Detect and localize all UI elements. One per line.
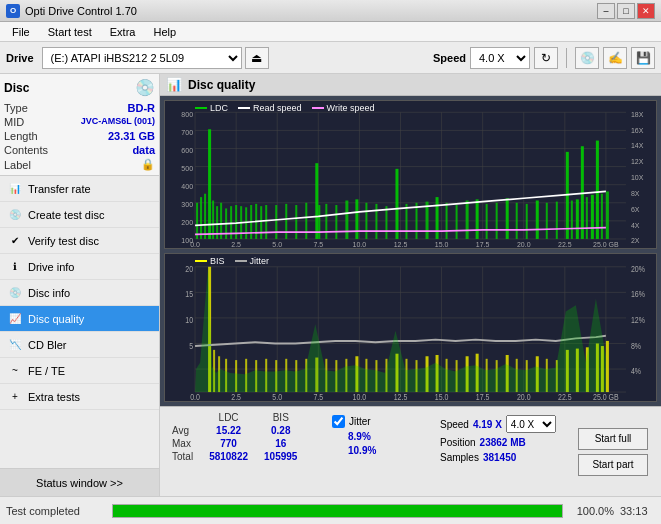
legend-read-speed-color (238, 107, 250, 109)
stats-max-bis: 16 (256, 437, 305, 450)
bis-chart: BIS Jitter (164, 253, 657, 402)
stats-total-label: Total (164, 450, 201, 463)
disc-mid-value: JVC-AMS6L (001) (81, 116, 155, 128)
content-area: 📊 Disc quality LDC Read speed (160, 74, 661, 496)
svg-rect-83 (456, 205, 458, 239)
maximize-button[interactable]: □ (617, 3, 635, 19)
legend-jitter-color (235, 260, 247, 262)
svg-rect-74 (365, 203, 367, 239)
sidebar-item-label: FE / TE (28, 365, 65, 377)
sidebar-item-label: Disc info (28, 287, 70, 299)
menu-start-test[interactable]: Start test (40, 24, 100, 40)
svg-text:7.5: 7.5 (313, 392, 323, 401)
disc-label-key: Label (4, 159, 31, 171)
svg-text:10.0: 10.0 (353, 392, 367, 401)
app-icon: O (6, 4, 20, 18)
menu-file[interactable]: File (4, 24, 38, 40)
content-title: Disc quality (188, 78, 255, 92)
samples-value: 381450 (483, 452, 516, 463)
stats-avg-row: Avg 15.22 0.28 (164, 424, 305, 437)
minimize-button[interactable]: – (597, 3, 615, 19)
svg-rect-102 (606, 191, 609, 238)
fe-te-icon: ~ (8, 364, 22, 378)
content-header: 📊 Disc quality (160, 74, 661, 96)
status-window-label: Status window >> (36, 477, 123, 489)
svg-text:5: 5 (189, 341, 193, 351)
sidebar-item-disc-info[interactable]: 💿 Disc info (0, 280, 159, 306)
sidebar-item-drive-info[interactable]: ℹ Drive info (0, 254, 159, 280)
svg-rect-49 (200, 197, 202, 239)
svg-rect-75 (375, 204, 377, 239)
stats-col-bis: BIS (256, 411, 305, 424)
svg-text:12%: 12% (631, 315, 645, 325)
menu-help[interactable]: Help (145, 24, 184, 40)
main-area: Disc 💿 Type BD-R MID JVC-AMS6L (001) Len… (0, 74, 661, 496)
sidebar-item-verify-test-disc[interactable]: ✔ Verify test disc (0, 228, 159, 254)
disc-contents-value: data (132, 144, 155, 156)
svg-text:700: 700 (181, 128, 193, 138)
speed-select-stats[interactable]: 4.0 X (506, 415, 556, 433)
svg-text:8X: 8X (631, 189, 640, 199)
svg-text:20.0: 20.0 (517, 392, 531, 401)
disc-button[interactable]: 💿 (575, 47, 599, 69)
save-button[interactable]: 💾 (631, 47, 655, 69)
legend-bis: BIS (195, 256, 225, 266)
menu-bar: File Start test Extra Help (0, 22, 661, 42)
svg-text:800: 800 (181, 109, 193, 119)
legend-jitter: Jitter (235, 256, 270, 266)
progress-text: 100.0% (569, 505, 614, 517)
drive-select[interactable]: (E:) ATAPI iHBS212 2 5L09 (42, 47, 242, 69)
stats-avg-ldc: 15.22 (201, 424, 256, 437)
svg-text:12X: 12X (631, 157, 643, 167)
svg-rect-100 (596, 141, 599, 239)
status-bar: Test completed 100.0% 33:13 (0, 496, 661, 524)
jitter-avg-row: 8.9% (348, 431, 432, 442)
speed-select[interactable]: 4.0 X (470, 47, 530, 69)
svg-rect-63 (265, 205, 267, 239)
svg-text:15.0: 15.0 (435, 239, 449, 248)
title-controls: – □ ✕ (597, 3, 655, 19)
legend-read-speed: Read speed (238, 103, 302, 113)
disc-mid-row: MID JVC-AMS6L (001) (4, 116, 155, 128)
stats-avg-bis: 0.28 (256, 424, 305, 437)
svg-text:12.5: 12.5 (394, 239, 408, 248)
status-window-button[interactable]: Status window >> (0, 468, 159, 496)
start-full-button[interactable]: Start full (578, 428, 648, 450)
svg-rect-89 (516, 203, 518, 239)
sidebar-item-transfer-rate[interactable]: 📊 Transfer rate (0, 176, 159, 202)
refresh-button[interactable]: ↻ (534, 47, 558, 69)
svg-rect-78 (405, 204, 407, 239)
sidebar-item-fe-te[interactable]: ~ FE / TE (0, 358, 159, 384)
write-button[interactable]: ✍ (603, 47, 627, 69)
svg-rect-50 (204, 194, 206, 239)
svg-text:16X: 16X (631, 125, 643, 135)
disc-panel-icon: 💿 (135, 78, 155, 98)
drive-select-area: (E:) ATAPI iHBS212 2 5L09 ⏏ (42, 47, 421, 69)
progress-bar-fill (113, 505, 562, 517)
svg-text:18X: 18X (631, 109, 643, 119)
menu-extra[interactable]: Extra (102, 24, 144, 40)
position-row: Position 23862 MB (440, 437, 570, 448)
ldc-bis-table: LDC BIS Avg 15.22 0.28 Max 770 (164, 411, 324, 492)
legend-ldc-label: LDC (210, 103, 228, 113)
sidebar-item-disc-quality[interactable]: 📈 Disc quality (0, 306, 159, 332)
jitter-checkbox[interactable] (332, 415, 345, 428)
start-part-button[interactable]: Start part (578, 454, 648, 476)
svg-rect-98 (586, 197, 588, 239)
legend-ldc: LDC (195, 103, 228, 113)
svg-rect-76 (385, 206, 387, 239)
sidebar-item-create-test-disc[interactable]: 💿 Create test disc (0, 202, 159, 228)
buttons-section: Start full Start part (578, 411, 648, 492)
stats-avg-label: Avg (164, 424, 201, 437)
ldc-chart-svg: 800 700 600 500 400 300 200 100 0.0 2.5 … (165, 101, 656, 248)
ldc-chart: LDC Read speed Write speed (164, 100, 657, 249)
jitter-avg-value: 8.9% (348, 431, 371, 442)
svg-rect-86 (486, 204, 488, 239)
svg-text:0.0: 0.0 (190, 239, 200, 248)
sidebar-item-extra-tests[interactable]: + Extra tests (0, 384, 159, 410)
disc-type-label: Type (4, 102, 28, 114)
sidebar-item-cd-bler[interactable]: 📉 CD Bler (0, 332, 159, 358)
eject-button[interactable]: ⏏ (245, 47, 269, 69)
ldc-chart-legend: LDC Read speed Write speed (195, 103, 374, 113)
close-button[interactable]: ✕ (637, 3, 655, 19)
